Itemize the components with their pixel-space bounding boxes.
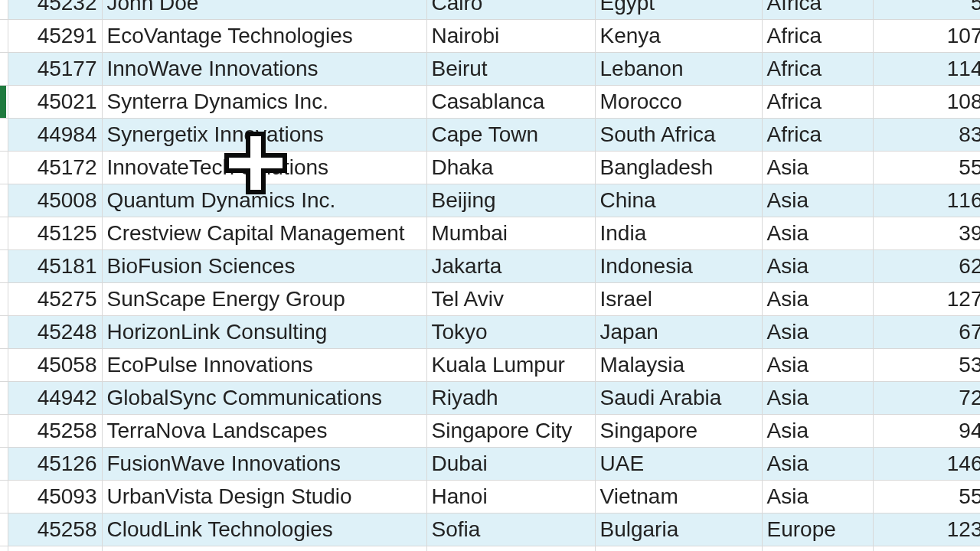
cell-value[interactable]: 116 bbox=[873, 184, 980, 217]
cell-city[interactable]: Sofia bbox=[426, 514, 595, 546]
cell-company[interactable]: EcoPulse Innovations bbox=[102, 349, 426, 382]
row-header[interactable] bbox=[0, 382, 8, 415]
cell-region[interactable]: Africa bbox=[762, 20, 873, 53]
cell-region[interactable]: Europe bbox=[762, 514, 873, 546]
cell-city[interactable]: Beirut bbox=[426, 53, 595, 86]
cell-value[interactable]: 53 bbox=[873, 349, 980, 382]
cell-country[interactable]: Saudi Arabia bbox=[595, 382, 762, 415]
cell-region[interactable]: Asia bbox=[762, 349, 873, 382]
cell-country[interactable]: China bbox=[595, 184, 762, 217]
table-row[interactable]: 45058EcoPulse InnovationsKuala LumpurMal… bbox=[0, 349, 980, 382]
cell-country[interactable]: Malaysia bbox=[595, 349, 762, 382]
cell-country[interactable]: Japan bbox=[595, 316, 762, 349]
cell-value[interactable]: 62 bbox=[873, 250, 980, 283]
cell-region[interactable]: Africa bbox=[762, 119, 873, 152]
cell-country[interactable]: Kenya bbox=[595, 20, 762, 53]
cell-value[interactable]: 127 bbox=[873, 283, 980, 316]
cell-id[interactable]: 45172 bbox=[8, 152, 102, 184]
cell-country[interactable]: Lebanon bbox=[595, 53, 762, 86]
row-header[interactable] bbox=[0, 415, 8, 448]
table-row[interactable]: 45177InnoWave InnovationsBeirutLebanonAf… bbox=[0, 53, 980, 86]
cell-region[interactable]: Asia bbox=[762, 448, 873, 481]
cell-country[interactable]: Egypt bbox=[595, 0, 762, 20]
cell-id[interactable]: 44942 bbox=[8, 382, 102, 415]
cell-region[interactable]: Asia bbox=[762, 382, 873, 415]
cell-region[interactable]: Asia bbox=[762, 184, 873, 217]
cell-id[interactable]: 45258 bbox=[8, 415, 102, 448]
table-row[interactable]: 45093UrbanVista Design StudioHanoiVietna… bbox=[0, 481, 980, 514]
cell-country[interactable]: South Africa bbox=[595, 119, 762, 152]
cell-id[interactable]: 45021 bbox=[8, 86, 102, 119]
cell-country[interactable]: Israel bbox=[595, 283, 762, 316]
cell-region[interactable]: Asia bbox=[762, 481, 873, 514]
table-row[interactable]: 44942GlobalSync CommunicationsRiyadhSaud… bbox=[0, 382, 980, 415]
cell-country[interactable]: Vietnam bbox=[595, 481, 762, 514]
cell-country[interactable]: UAE bbox=[595, 448, 762, 481]
table-row[interactable]: 45275SunScape Energy GroupTel AvivIsrael… bbox=[0, 283, 980, 316]
cell-city[interactable]: Singapore City bbox=[426, 415, 595, 448]
cell-company[interactable]: HorizonLink Consulting bbox=[102, 316, 426, 349]
cell-region[interactable]: Asia bbox=[762, 415, 873, 448]
cell-city[interactable]: Dhaka bbox=[426, 152, 595, 184]
table-row[interactable]: 44984Synergetix InnovationsCape TownSout… bbox=[0, 119, 980, 152]
cell-city[interactable]: Cairo bbox=[426, 0, 595, 20]
cell-company[interactable]: BioFusion Sciences bbox=[102, 250, 426, 283]
cell-city[interactable]: Tel Aviv bbox=[426, 283, 595, 316]
cell-city[interactable]: Nairobi bbox=[426, 20, 595, 53]
cell-company[interactable]: Quantum Dynamics Inc. bbox=[102, 184, 426, 217]
row-header[interactable] bbox=[0, 448, 8, 481]
cell-company[interactable]: UrbanVista Design Studio bbox=[102, 481, 426, 514]
table-row[interactable]: 45232John DoeCairoEgyptAfrica5 bbox=[0, 0, 980, 20]
row-header[interactable] bbox=[0, 0, 8, 20]
cell-city[interactable]: Mumbai bbox=[426, 217, 595, 250]
cell-region[interactable]: Africa bbox=[762, 0, 873, 20]
table-row[interactable]: 45125Crestview Capital ManagementMumbaiI… bbox=[0, 217, 980, 250]
cell-region[interactable]: Asia bbox=[762, 283, 873, 316]
row-header[interactable] bbox=[0, 546, 8, 552]
cell-country[interactable]: Singapore bbox=[595, 415, 762, 448]
row-header[interactable] bbox=[0, 184, 8, 217]
cell-city[interactable]: Riyadh bbox=[426, 382, 595, 415]
cell-company[interactable]: SunScape Energy Group bbox=[102, 283, 426, 316]
cell-value[interactable]: 72 bbox=[873, 382, 980, 415]
cell-company[interactable]: Synergetix Innovations bbox=[102, 119, 426, 152]
table-row[interactable]: 45181BioFusion SciencesJakartaIndonesiaA… bbox=[0, 250, 980, 283]
table-row[interactable]: 45258TerraNova LandscapesSingapore CityS… bbox=[0, 415, 980, 448]
cell-city[interactable]: Kuala Lumpur bbox=[426, 349, 595, 382]
cell-id[interactable]: 45291 bbox=[8, 20, 102, 53]
cell-company[interactable]: John Doe bbox=[102, 0, 426, 20]
row-header[interactable] bbox=[0, 283, 8, 316]
row-header[interactable] bbox=[0, 481, 8, 514]
cell-value[interactable]: 123 bbox=[873, 514, 980, 546]
cell-value[interactable]: 55 bbox=[873, 152, 980, 184]
cell-id[interactable]: 45058 bbox=[8, 349, 102, 382]
row-header[interactable] bbox=[0, 316, 8, 349]
table-row[interactable]: 45008Quantum Dynamics Inc.BeijingChinaAs… bbox=[0, 184, 980, 217]
cell-value[interactable]: 5 bbox=[873, 0, 980, 20]
cell-region[interactable]: Europe bbox=[762, 546, 873, 552]
cell-id[interactable]: 45093 bbox=[8, 481, 102, 514]
cell-city[interactable]: Casablanca bbox=[426, 86, 595, 119]
cell-region[interactable]: Asia bbox=[762, 250, 873, 283]
cell-value[interactable]: 67 bbox=[873, 316, 980, 349]
cell-id[interactable]: 45258 bbox=[8, 514, 102, 546]
cell-value[interactable]: 55 bbox=[873, 481, 980, 514]
cell-city[interactable]: Cape Town bbox=[426, 119, 595, 152]
row-header[interactable] bbox=[0, 250, 8, 283]
cell-value[interactable]: 39 bbox=[873, 217, 980, 250]
cell-id[interactable]: 44984 bbox=[8, 119, 102, 152]
cell-country[interactable]: Bulgaria bbox=[595, 546, 762, 552]
table-row[interactable]: 45172InnovateTech SolutionsDhakaBanglade… bbox=[0, 152, 980, 184]
data-table[interactable]: 45232John DoeCairoEgyptAfrica545291EcoVa… bbox=[0, 0, 980, 551]
cell-id[interactable]: 45181 bbox=[8, 250, 102, 283]
cell-country[interactable]: Bangladesh bbox=[595, 152, 762, 184]
row-header[interactable] bbox=[0, 514, 8, 546]
cell-company[interactable]: InnovateTech Solutions bbox=[102, 152, 426, 184]
cell-id[interactable]: 45248 bbox=[8, 316, 102, 349]
table-row[interactable]: 45258CloudLink TechnologiesSofiaBulgaria… bbox=[0, 514, 980, 546]
cell-company[interactable]: LunaStar Media bbox=[102, 546, 426, 552]
table-row[interactable]: 45126FusionWave InnovationsDubaiUAEAsia1… bbox=[0, 448, 980, 481]
cell-region[interactable]: Asia bbox=[762, 316, 873, 349]
row-header[interactable] bbox=[0, 53, 8, 86]
table-row[interactable]: 45091LunaStar MediaPlovdivBulgariaEurope bbox=[0, 546, 980, 552]
